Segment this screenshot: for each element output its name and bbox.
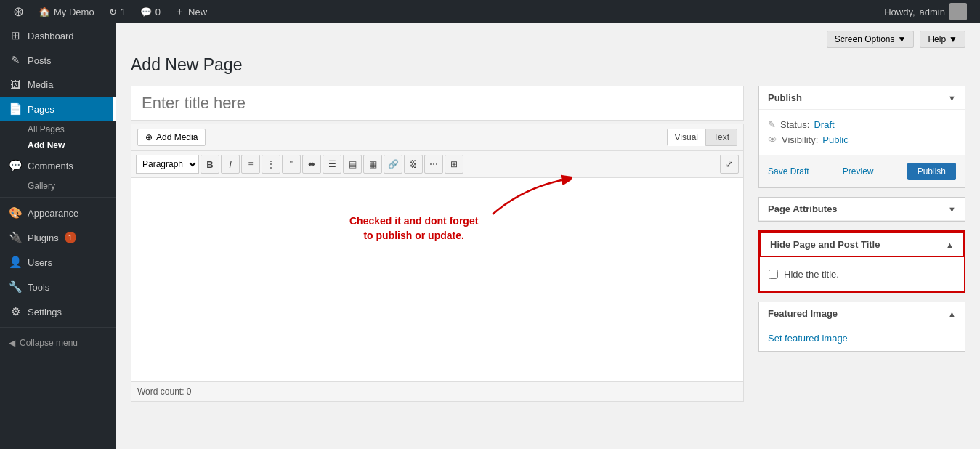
featured-image-header[interactable]: Featured Image ▲	[759, 302, 965, 325]
sidebar: ⊞ Dashboard ✎ Posts 🖼 Media 📄 Pages All …	[0, 23, 116, 449]
screen-options-button[interactable]: Screen Options ▼	[827, 31, 915, 48]
status-value[interactable]: Draft	[814, 119, 834, 130]
ordered-list-button[interactable]: ⋮	[262, 155, 280, 174]
sidebar-item-plugins[interactable]: 🔌 Plugins 1	[0, 225, 116, 250]
add-media-button[interactable]: ⊕ Add Media	[137, 129, 206, 146]
dashboard-icon: ⊞	[9, 29, 22, 42]
sidebar-item-settings[interactable]: ⚙ Settings	[0, 299, 116, 324]
sidebar-item-posts[interactable]: ✎ Posts	[0, 48, 116, 73]
tab-text[interactable]: Text	[705, 129, 737, 146]
sidebar-subitem-add-new[interactable]: Add New	[0, 137, 116, 153]
editor-tabs: Visual Text	[667, 129, 737, 146]
editor-sidebar: Publish ▼ ✎ Status: Draft 👁 Visibility: …	[758, 86, 965, 402]
adminbar-new[interactable]: ＋ New	[168, 0, 214, 23]
hide-title-label[interactable]: Hide the title.	[784, 269, 839, 280]
sidebar-item-pages[interactable]: 📄 Pages	[0, 97, 116, 121]
users-icon: 👤	[9, 256, 22, 269]
format-toolbar: Paragraph B I ≡ ⋮ " ⬌ ☰ ▤ ▦ 🔗 ⛓ ⋯	[131, 151, 743, 178]
annotation-arrow	[485, 174, 572, 218]
adminbar-updates[interactable]: ↻ 1	[102, 0, 133, 23]
align-center-button[interactable]: ☰	[323, 155, 341, 174]
plugins-badge: 1	[65, 232, 76, 243]
publish-box-content: ✎ Status: Draft 👁 Visibility: Public	[759, 110, 965, 155]
page-title: Add New Page	[131, 55, 965, 75]
unlink-button[interactable]: ⛓	[404, 155, 423, 174]
visibility-icon: 👁	[768, 134, 777, 145]
insert-more-button[interactable]: ⋯	[424, 155, 443, 174]
set-featured-image-link[interactable]: Set featured image	[768, 333, 848, 344]
chevron-down-icon-help: ▼	[949, 34, 957, 44]
editor-main: ⊕ Add Media Visual Text	[131, 86, 744, 402]
format-select[interactable]: Paragraph	[136, 155, 199, 174]
settings-icon: ⚙	[9, 305, 22, 318]
editor-content[interactable]: Checked it and dont forgetto publish or …	[131, 178, 743, 381]
editor-top-bar: ⊕ Add Media Visual Text	[131, 124, 743, 151]
add-media-icon: ⊕	[145, 132, 153, 142]
sidebar-item-appearance[interactable]: 🎨 Appearance	[0, 201, 116, 225]
featured-image-box: Featured Image ▲ Set featured image	[758, 302, 965, 352]
adminbar-wp-logo[interactable]: ⊛	[6, 0, 31, 23]
updates-icon: ↻	[109, 7, 117, 17]
collapse-icon: ◀	[9, 338, 15, 348]
fullscreen-button[interactable]: ⤢	[720, 155, 739, 174]
featured-image-chevron-icon: ▲	[948, 310, 956, 318]
avatar	[949, 3, 967, 20]
plugins-icon: 🔌	[9, 231, 22, 244]
align-right-button[interactable]: ▤	[343, 155, 362, 174]
posts-icon: ✎	[9, 54, 22, 67]
sidebar-subitem-all-pages[interactable]: All Pages	[0, 121, 116, 137]
page-attributes-header[interactable]: Page Attributes ▼	[759, 198, 965, 221]
sidebar-divider-2	[0, 327, 116, 328]
hide-title-header[interactable]: Hide Page and Post Title ▲	[760, 232, 964, 257]
italic-button[interactable]: I	[221, 155, 240, 174]
publish-actions: Save Draft Preview Publish	[759, 155, 965, 187]
hide-title-content: Hide the title.	[760, 257, 964, 291]
main-content: Screen Options ▼ Help ▼ Add New Page ⊕ A…	[116, 23, 980, 449]
unordered-list-button[interactable]: ≡	[241, 155, 260, 174]
adminbar-site-name[interactable]: 🏠 My Demo	[31, 0, 102, 23]
visibility-value[interactable]: Public	[822, 134, 848, 145]
adminbar-howdy[interactable]: Howdy, admin	[877, 3, 974, 20]
word-count-bar: Word count: 0	[131, 381, 743, 401]
sidebar-item-comments[interactable]: 💬 Comments	[0, 153, 116, 178]
editor-box: ⊕ Add Media Visual Text	[131, 124, 744, 402]
align-justify-button[interactable]: ▦	[363, 155, 382, 174]
table-button[interactable]: ⊞	[445, 155, 463, 174]
blockquote-button[interactable]: "	[282, 155, 301, 174]
sidebar-item-tools[interactable]: 🔧 Tools	[0, 275, 116, 299]
comments-icon: 💬	[140, 7, 152, 17]
hide-title-checkbox-row: Hide the title.	[769, 264, 955, 284]
hide-title-checkbox[interactable]	[769, 270, 778, 279]
bold-button[interactable]: B	[201, 155, 219, 174]
preview-link[interactable]: Preview	[843, 166, 874, 177]
status-icon: ✎	[768, 119, 776, 130]
publish-chevron-icon: ▼	[948, 94, 956, 102]
sidebar-item-media[interactable]: 🖼 Media	[0, 73, 116, 97]
tools-icon: 🔧	[9, 280, 22, 294]
featured-image-content: Set featured image	[759, 325, 965, 351]
adminbar-comments[interactable]: 💬 0	[133, 0, 168, 23]
comments-icon: 💬	[9, 159, 22, 172]
sidebar-subitem-gallery[interactable]: Gallery	[0, 178, 116, 194]
align-left-button[interactable]: ⬌	[302, 155, 321, 174]
collapse-menu-button[interactable]: ◀ Collapse menu	[0, 331, 116, 355]
visibility-row: 👁 Visibility: Public	[768, 132, 956, 147]
save-draft-link[interactable]: Save Draft	[768, 166, 809, 177]
admin-bar: ⊛ 🏠 My Demo ↻ 1 💬 0 ＋ New Howdy, admin	[0, 0, 980, 23]
hide-title-chevron-icon: ▲	[946, 240, 954, 249]
hide-title-box: Hide Page and Post Title ▲ Hide the titl…	[758, 230, 965, 293]
publish-box: Publish ▼ ✎ Status: Draft 👁 Visibility: …	[758, 86, 965, 188]
media-icon: 🖼	[9, 78, 22, 91]
link-button[interactable]: 🔗	[384, 155, 402, 174]
help-button[interactable]: Help ▼	[920, 31, 965, 48]
page-attributes-box: Page Attributes ▼	[758, 197, 965, 222]
home-icon: 🏠	[39, 7, 50, 17]
tab-visual[interactable]: Visual	[667, 129, 705, 146]
post-title-input[interactable]	[131, 86, 744, 121]
sidebar-item-dashboard[interactable]: ⊞ Dashboard	[0, 23, 116, 48]
annotation: Checked it and dont forgetto publish or …	[349, 214, 478, 243]
publish-button[interactable]: Publish	[907, 163, 956, 180]
publish-box-header[interactable]: Publish ▼	[759, 86, 965, 110]
sidebar-item-users[interactable]: 👤 Users	[0, 250, 116, 275]
status-row: ✎ Status: Draft	[768, 117, 956, 132]
